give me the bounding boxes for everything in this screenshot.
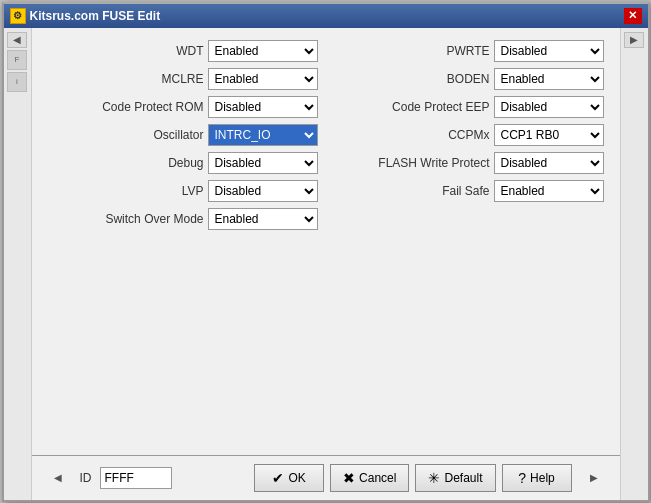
bottom-bar: ◀ ID ✔ OK ✖ Cancel ✳ Default [32,455,620,500]
label-ccpmx: CCPMx [410,128,490,142]
label-wdt: WDT [124,44,204,58]
toolbar-item-1[interactable]: F [7,50,27,70]
select-fail-safe[interactable]: Enabled Disabled [494,180,604,202]
right-toolbar: ▶ [620,28,648,500]
label-pwrte: PWRTE [410,44,490,58]
form-row-lvp: LVP Enabled Disabled [48,180,318,202]
help-button[interactable]: ? Help [502,464,572,492]
right-form-column: PWRTE Enabled Disabled BODEN Enabled Dis… [334,40,604,443]
form-row-code-protect-rom: Code Protect ROM Enabled Disabled [48,96,318,118]
form-row-flash-write-protect: FLASH Write Protect Enabled Disabled [334,152,604,174]
label-mclre: MCLRE [124,72,204,86]
ok-label: OK [288,471,305,485]
bottom-buttons: ✔ OK ✖ Cancel ✳ Default ? Help [254,464,571,492]
form-row-mclre: MCLRE Enabled Disabled [48,68,318,90]
bottom-right-toolbar: ▶ [580,472,608,483]
close-button[interactable]: ✕ [624,8,642,24]
form-row-fail-safe: Fail Safe Enabled Disabled [334,180,604,202]
select-code-protect-rom[interactable]: Enabled Disabled [208,96,318,118]
select-boden[interactable]: Enabled Disabled [494,68,604,90]
form-row-boden: BODEN Enabled Disabled [334,68,604,90]
main-window: ⚙ Kitsrus.com FUSE Edit ✕ ◀ F i WDT Enab… [2,2,650,502]
id-input[interactable] [100,467,172,489]
label-boden: BODEN [410,72,490,86]
default-button[interactable]: ✳ Default [415,464,495,492]
label-code-protect-rom: Code Protect ROM [102,100,203,114]
title-bar: ⚙ Kitsrus.com FUSE Edit ✕ [4,4,648,28]
select-lvp[interactable]: Enabled Disabled [208,180,318,202]
form-row-wdt: WDT Enabled Disabled [48,40,318,62]
ok-button[interactable]: ✔ OK [254,464,324,492]
cancel-button[interactable]: ✖ Cancel [330,464,409,492]
id-label: ID [80,471,92,485]
label-code-protect-eep: Code Protect EEP [392,100,489,114]
default-label: Default [444,471,482,485]
left-arrow-up[interactable]: ◀ [7,32,27,48]
help-label: Help [530,471,555,485]
form-row-switch-over: Switch Over Mode Enabled Disabled [48,208,318,230]
ok-icon: ✔ [272,470,284,486]
select-flash-write-protect[interactable]: Enabled Disabled [494,152,604,174]
main-area: WDT Enabled Disabled MCLRE Enabled Disab… [32,28,620,500]
select-pwrte[interactable]: Enabled Disabled [494,40,604,62]
left-toolbar: ◀ F i [4,28,32,500]
right-arrow-up[interactable]: ▶ [624,32,644,48]
form-row-pwrte: PWRTE Enabled Disabled [334,40,604,62]
label-debug: Debug [124,156,204,170]
toolbar-item-2[interactable]: i [7,72,27,92]
bottom-arrow-left: ◀ [54,472,62,483]
select-oscillator[interactable]: INTRC_IO Enabled Disabled [208,124,318,146]
label-fail-safe: Fail Safe [410,184,490,198]
window-icon: ⚙ [10,8,26,24]
form-area: WDT Enabled Disabled MCLRE Enabled Disab… [32,28,620,455]
cancel-icon: ✖ [343,470,355,486]
help-icon: ? [518,470,526,486]
form-row-oscillator: Oscillator INTRC_IO Enabled Disabled [48,124,318,146]
select-ccpmx[interactable]: CCP1 RB0 CCP2 RB3 [494,124,604,146]
form-row-code-protect-eep: Code Protect EEP Enabled Disabled [334,96,604,118]
select-wdt[interactable]: Enabled Disabled [208,40,318,62]
window-content: ◀ F i WDT Enabled Disabled [4,28,648,500]
title-bar-left: ⚙ Kitsrus.com FUSE Edit [10,8,161,24]
select-code-protect-eep[interactable]: Enabled Disabled [494,96,604,118]
select-debug[interactable]: Enabled Disabled [208,152,318,174]
label-flash-write-protect: FLASH Write Protect [378,156,489,170]
label-oscillator: Oscillator [124,128,204,142]
left-form-column: WDT Enabled Disabled MCLRE Enabled Disab… [48,40,318,443]
select-mclre[interactable]: Enabled Disabled [208,68,318,90]
default-icon: ✳ [428,470,440,486]
label-lvp: LVP [124,184,204,198]
form-row-ccpmx: CCPMx CCP1 RB0 CCP2 RB3 [334,124,604,146]
label-switch-over: Switch Over Mode [105,212,203,226]
bottom-arrow-right: ▶ [590,472,598,483]
select-switch-over[interactable]: Enabled Disabled [208,208,318,230]
window-title: Kitsrus.com FUSE Edit [30,9,161,23]
form-row-debug: Debug Enabled Disabled [48,152,318,174]
cancel-label: Cancel [359,471,396,485]
bottom-left-toolbar: ◀ [44,472,72,483]
